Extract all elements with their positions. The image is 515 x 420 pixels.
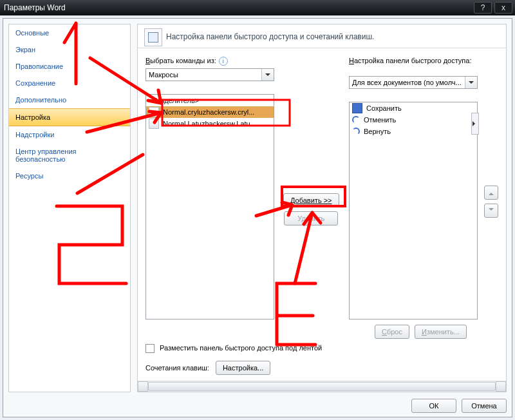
macro-label: Normal.cryluzhackersw.cryl...: [163, 108, 254, 116]
nav-item-0[interactable]: Основные: [9, 24, 130, 41]
nav-item-2[interactable]: Правописание: [9, 58, 130, 75]
customize-panel: Настройка панели быстрого доступа и соче…: [137, 24, 507, 392]
dropdown-value: Макросы: [149, 71, 178, 79]
scroll-thumb[interactable]: [148, 382, 496, 391]
customize-qat-label: Настройка панели быстрого доступа:: [349, 57, 472, 64]
choose-commands-dropdown[interactable]: Макросы: [145, 68, 274, 81]
move-down-button[interactable]: [484, 204, 498, 218]
qat-row[interactable]: Сохранить: [350, 102, 477, 114]
add-button[interactable]: Добавить >>: [283, 193, 339, 207]
qat-row[interactable]: Отменить: [350, 114, 477, 126]
macro-icon: [149, 107, 159, 117]
options-nav: ОсновныеЭкранПравописаниеСохранениеДопол…: [8, 24, 131, 392]
dropdown-value: Для всех документов (по умолч...: [352, 79, 462, 86]
nav-item-5[interactable]: Настройка: [9, 108, 130, 126]
chevron-down-icon: [261, 69, 274, 81]
qat-scope-dropdown[interactable]: Для всех документов (по умолч...: [349, 76, 478, 89]
qat-label: Отменить: [364, 116, 396, 124]
save-icon: [352, 103, 362, 113]
move-up-button[interactable]: [484, 186, 498, 200]
panel-subtitle: Настройка панели быстрого доступа и соче…: [166, 32, 374, 41]
choose-commands-label: Выбрать команды из:: [145, 57, 216, 64]
scroll-left-button[interactable]: [138, 381, 148, 392]
header-icon: [144, 28, 162, 46]
reset-button[interactable]: Сброс: [375, 325, 409, 339]
nav-item-7[interactable]: Центр управления безопасностью: [9, 143, 130, 167]
macro-row[interactable]: Normal.cryluzhackersw.cryl...: [146, 106, 274, 118]
undo-icon: [352, 116, 360, 124]
show-below-ribbon-label: Разместить панель быстрого доступа под л…: [160, 344, 322, 352]
horizontal-scrollbar[interactable]: [138, 381, 506, 392]
chevron-down-icon: [465, 77, 477, 88]
nav-item-4[interactable]: Дополнительно: [9, 91, 130, 108]
shortcuts-customize-button[interactable]: Настройка...: [216, 361, 270, 375]
nav-item-8[interactable]: Ресурсы: [9, 167, 130, 184]
panel-header: Настройка панели быстрого доступа и соче…: [138, 24, 506, 48]
dialog-surface: ОсновныеЭкранПравописаниеСохранениеДопол…: [3, 18, 512, 417]
titlebar: Параметры Word ? x: [0, 0, 515, 15]
modify-button[interactable]: Изменить...: [415, 325, 467, 339]
word-options-window: Параметры Word ? x ОсновныеЭкранПравопис…: [0, 0, 515, 420]
scroll-right-button[interactable]: [496, 381, 506, 392]
remove-button[interactable]: Удалить: [284, 211, 338, 225]
info-icon[interactable]: i: [219, 57, 228, 66]
qat-listbox[interactable]: СохранитьОтменитьВернуть: [349, 102, 478, 320]
window-title: Параметры Word: [4, 3, 66, 12]
nav-item-6[interactable]: Надстройки: [9, 126, 130, 143]
macro-icon: [149, 119, 159, 129]
separator-row[interactable]: <Разделитель>: [146, 95, 274, 106]
ok-button[interactable]: ОК: [411, 399, 456, 413]
shortcuts-label: Сочетания клавиш:: [145, 364, 209, 372]
qat-expand-button[interactable]: [471, 113, 479, 135]
show-below-ribbon-checkbox[interactable]: [145, 344, 154, 353]
qat-label: Вернуть: [364, 128, 391, 135]
nav-item-3[interactable]: Сохранение: [9, 75, 130, 91]
nav-item-1[interactable]: Экран: [9, 41, 130, 58]
redo-icon: [352, 128, 360, 135]
macro-row[interactable]: Normal.Latuzhackersw.Latu...: [146, 118, 274, 129]
macro-label: Normal.Latuzhackersw.Latu...: [163, 120, 256, 128]
help-button[interactable]: ?: [474, 2, 492, 14]
qat-label: Сохранить: [366, 104, 402, 112]
close-button[interactable]: x: [494, 2, 512, 14]
cancel-button[interactable]: Отмена: [462, 399, 507, 413]
qat-row[interactable]: Вернуть: [350, 126, 477, 137]
commands-listbox[interactable]: <Разделитель>Normal.cryluzhackersw.cryl.…: [145, 94, 274, 320]
